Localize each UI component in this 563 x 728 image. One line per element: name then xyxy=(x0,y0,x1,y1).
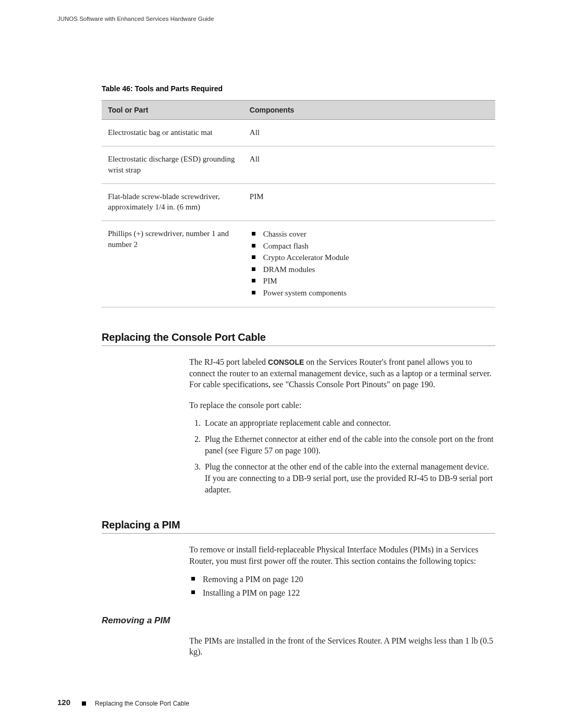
section-heading-pim: Replacing a PIM xyxy=(102,519,495,531)
cell-tool: Phillips (+) screwdriver, number 1 and n… xyxy=(102,221,243,307)
cell-tool: Flat-blade screw-blade screwdriver, appr… xyxy=(102,183,243,221)
cell-tool: Electrostatic discharge (ESD) grounding … xyxy=(102,146,243,184)
footer-text: Replacing the Console Port Cable xyxy=(95,700,189,707)
page-number: 120 xyxy=(57,698,70,707)
list-item: Chassis cover xyxy=(250,228,489,240)
cell-comp: All xyxy=(243,120,495,146)
running-header: JUNOS Software with Enhanced Services Ha… xyxy=(57,16,500,22)
text: The RJ-45 port labeled xyxy=(189,357,268,366)
list-item: Installing a PIM on page 122 xyxy=(189,586,495,600)
paragraph: The PIMs are installed in the front of t… xyxy=(189,635,495,658)
table-row: Phillips (+) screwdriver, number 1 and n… xyxy=(102,221,495,307)
table-row: Flat-blade screw-blade screwdriver, appr… xyxy=(102,183,495,221)
col-header-components: Components xyxy=(243,101,495,120)
cell-comp: PIM xyxy=(243,183,495,221)
section-heading-console: Replacing the Console Port Cable xyxy=(102,331,495,343)
list-item: Compact flash xyxy=(250,240,489,252)
paragraph: The RJ-45 port labeled CONSOLE on the Se… xyxy=(189,356,495,390)
table-caption: Table 46: Tools and Parts Required xyxy=(102,84,495,93)
topics-list: Removing a PIM on page 120 Installing a … xyxy=(189,573,495,599)
table-row: Electrostatic discharge (ESD) grounding … xyxy=(102,146,495,184)
cell-tool: Electrostatic bag or antistatic mat xyxy=(102,120,243,146)
cell-comp: Chassis cover Compact flash Crypto Accel… xyxy=(243,221,495,307)
list-item: PIM xyxy=(250,275,489,287)
paragraph: To remove or install field-replaceable P… xyxy=(189,544,495,566)
subsection-heading: Removing a PIM xyxy=(102,615,495,626)
table-row: Electrostatic bag or antistatic mat All xyxy=(102,120,495,146)
bold-text: CONSOLE xyxy=(268,358,304,366)
list-item: DRAM modules xyxy=(250,264,489,276)
section-rule xyxy=(102,533,495,534)
section1-body: The RJ-45 port labeled CONSOLE on the Se… xyxy=(189,356,495,495)
cell-comp: All xyxy=(243,146,495,184)
list-item: Plug the Ethernet connector at either en… xyxy=(203,434,495,456)
section-rule xyxy=(102,346,495,346)
col-header-tool: Tool or Part xyxy=(102,101,243,120)
main-content: Table 46: Tools and Parts Required Tool … xyxy=(102,84,495,658)
subsection-body: The PIMs are installed in the front of t… xyxy=(189,635,495,658)
section2-body: To remove or install field-replaceable P… xyxy=(189,544,495,599)
square-bullet-icon xyxy=(82,701,86,706)
list-item: Removing a PIM on page 120 xyxy=(189,573,495,586)
steps-list: Locate an appropriate replacement cable … xyxy=(189,417,495,496)
page: JUNOS Software with Enhanced Services Ha… xyxy=(0,0,563,728)
paragraph: To replace the console port cable: xyxy=(189,400,495,411)
page-footer: 120 Replacing the Console Port Cable xyxy=(57,698,189,707)
components-list: Chassis cover Compact flash Crypto Accel… xyxy=(250,228,489,299)
tools-table: Tool or Part Components Electrostatic ba… xyxy=(102,100,495,307)
list-item: Crypto Accelerator Module xyxy=(250,252,489,264)
list-item: Plug the connector at the other end of t… xyxy=(203,461,495,495)
list-item: Locate an appropriate replacement cable … xyxy=(203,417,495,429)
list-item: Power system components xyxy=(250,287,489,299)
